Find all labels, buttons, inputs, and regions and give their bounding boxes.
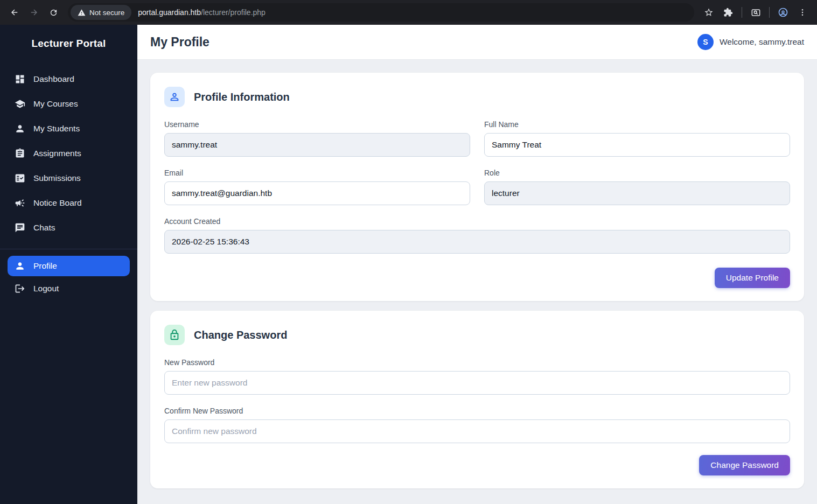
lock-icon (164, 325, 185, 345)
security-chip[interactable]: Not secure (71, 5, 131, 20)
kebab-menu-icon (798, 8, 807, 17)
full-name-label: Full Name (484, 120, 790, 129)
sidebar-item-assignments[interactable]: Assignments (0, 141, 137, 166)
new-password-input[interactable] (164, 371, 790, 395)
full-name-input[interactable] (484, 133, 790, 157)
sidebar-divider (0, 249, 137, 249)
username-input[interactable] (164, 133, 470, 157)
confirm-password-label: Confirm New Password (164, 407, 790, 415)
sidebar-item-label: Logout (33, 284, 59, 293)
fact-check-icon (15, 173, 25, 184)
profile-card-header: Profile Information (164, 87, 790, 107)
password-card-header: Change Password (164, 325, 790, 345)
sidebar-item-profile[interactable]: Profile (8, 256, 130, 276)
reload-icon (49, 8, 58, 17)
security-chip-label: Not secure (89, 9, 124, 17)
role-label: Role (484, 169, 790, 177)
sidebar-item-my-students[interactable]: My Students (0, 116, 137, 141)
dashboard-icon (15, 74, 25, 85)
page-title: My Profile (150, 35, 210, 50)
app-window: Lecturer Portal Dashboard My Courses My … (0, 25, 817, 504)
sidebar-item-chats[interactable]: Chats (0, 215, 137, 240)
back-arrow-icon (10, 8, 19, 17)
new-password-label: New Password (164, 358, 790, 367)
graduation-cap-icon (15, 99, 25, 109)
confirm-password-input[interactable] (164, 419, 790, 443)
email-label: Email (164, 169, 470, 177)
app-title: Lecturer Portal (0, 25, 137, 67)
browser-toolbar: Not secure portal.guardian.htb/lecturer/… (0, 0, 817, 25)
sidebar-item-label: Notice Board (33, 198, 82, 208)
full-name-field-group: Full Name (484, 120, 790, 157)
url-host: portal.guardian.htb (138, 8, 201, 17)
sidebar-item-logout[interactable]: Logout (0, 276, 137, 301)
sidebar-item-notice-board[interactable]: Notice Board (0, 191, 137, 215)
profile-information-card: Profile Information Username Full Name E… (150, 73, 804, 301)
back-button[interactable] (5, 3, 24, 22)
extensions-puzzle-icon (723, 8, 733, 17)
toolbar-separator (769, 7, 770, 18)
password-card-actions: Change Password (164, 455, 790, 475)
chat-bubble-icon (15, 222, 25, 233)
sidebar-item-submissions[interactable]: Submissions (0, 166, 137, 191)
avatar[interactable]: S (697, 34, 714, 50)
megaphone-icon (15, 198, 25, 208)
page-content: Profile Information Username Full Name E… (137, 60, 817, 504)
confirm-password-field-group: Confirm New Password (164, 407, 790, 443)
sidebar-item-dashboard[interactable]: Dashboard (0, 67, 137, 92)
clipboard-icon (15, 148, 25, 159)
sidebar: Lecturer Portal Dashboard My Courses My … (0, 25, 137, 504)
new-password-field-group: New Password (164, 358, 790, 395)
sidebar-item-label: Chats (33, 223, 55, 233)
sidebar-item-label: Submissions (33, 173, 81, 183)
welcome-text: Welcome, sammy.treat (720, 37, 804, 47)
change-password-button[interactable]: Change Password (699, 455, 790, 475)
sidebar-item-label: Dashboard (33, 74, 74, 84)
person-icon (15, 261, 25, 271)
main-area: My Profile S Welcome, sammy.treat Profil… (137, 25, 817, 504)
toolbar-separator (742, 7, 742, 18)
extensions-button[interactable] (719, 3, 737, 22)
account-created-label: Account Created (164, 217, 790, 226)
role-input[interactable] (484, 181, 790, 205)
side-panel-button[interactable] (746, 3, 765, 22)
change-password-card: Change Password New Password Confirm New… (150, 311, 804, 488)
forward-button[interactable] (25, 3, 43, 22)
person-icon (15, 123, 25, 134)
sidebar-item-label: My Courses (33, 99, 78, 109)
bookmark-button[interactable] (700, 3, 718, 22)
profile-card-actions: Update Profile (164, 268, 790, 288)
url-text[interactable]: portal.guardian.htb/lecturer/profile.php (138, 8, 266, 17)
forward-arrow-icon (29, 8, 39, 17)
update-profile-button[interactable]: Update Profile (715, 268, 790, 288)
address-bar[interactable]: Not secure portal.guardian.htb/lecturer/… (68, 3, 694, 22)
profile-avatar-button[interactable] (774, 3, 792, 22)
role-field-group: Role (484, 169, 790, 205)
sidebar-item-label: Assignments (33, 149, 81, 158)
person-badge-icon (164, 87, 185, 107)
sidebar-item-label: My Students (33, 124, 80, 134)
reload-button[interactable] (44, 3, 62, 22)
card-title: Profile Information (194, 91, 290, 103)
account-created-field-group: Account Created (164, 217, 790, 254)
logout-icon (15, 283, 25, 294)
side-panel-search-icon (751, 8, 761, 18)
account-circle-icon (778, 7, 788, 18)
user-menu: S Welcome, sammy.treat (697, 34, 804, 50)
sidebar-item-label: Profile (33, 261, 57, 271)
star-icon (704, 8, 714, 17)
sidebar-item-my-courses[interactable]: My Courses (0, 92, 137, 116)
account-created-input[interactable] (164, 230, 790, 254)
url-path: /lecturer/profile.php (201, 8, 266, 17)
username-field-group: Username (164, 120, 470, 157)
profile-form: Username Full Name Email Role (164, 120, 790, 265)
username-label: Username (164, 120, 470, 129)
page-header: My Profile S Welcome, sammy.treat (137, 25, 817, 60)
email-input[interactable] (164, 181, 470, 205)
email-field-group: Email (164, 169, 470, 205)
warning-icon (78, 9, 86, 17)
card-title: Change Password (194, 329, 287, 341)
browser-menu-button[interactable] (793, 3, 812, 22)
